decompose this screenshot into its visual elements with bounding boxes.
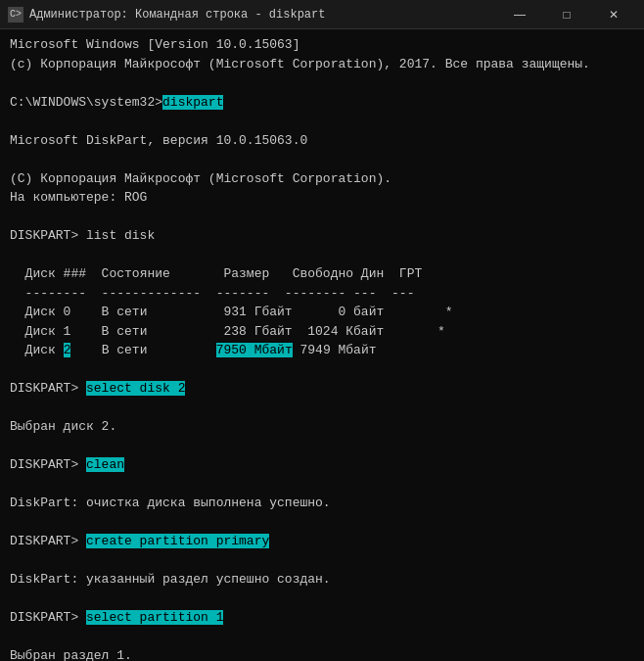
terminal-line — [10, 628, 634, 647]
terminal-line: Диск 1 В сети 238 Гбайт 1024 Кбайт * — [10, 322, 634, 342]
terminal-line: Диск 0 В сети 931 Гбайт 0 байт * — [10, 303, 634, 322]
app-icon: C> — [8, 7, 23, 23]
terminal-line — [10, 590, 634, 609]
terminal-line: DISKPART> create partition primary — [10, 532, 634, 551]
terminal-line — [10, 437, 634, 456]
terminal-line — [10, 73, 634, 93]
minimize-button[interactable]: — — [497, 4, 542, 25]
terminal-line: Выбран диск 2. — [10, 417, 634, 437]
terminal-line: -------- ------------- ------- -------- … — [10, 284, 634, 304]
terminal-line: DiskPart: указанный раздел успешно созда… — [10, 570, 634, 590]
terminal-line — [10, 551, 634, 571]
terminal-line: DiskPart: очистка диска выполнена успешн… — [10, 494, 634, 513]
terminal-line — [10, 475, 634, 495]
maximize-button[interactable]: □ — [544, 4, 589, 25]
terminal-line: На компьютере: ROG — [10, 188, 634, 208]
terminal-line — [10, 399, 634, 418]
close-button[interactable]: ✕ — [591, 4, 636, 25]
terminal-line: DISKPART> select partition 1 — [10, 608, 634, 628]
terminal-line: DISKPART> list disk — [10, 226, 634, 246]
terminal-line: Выбран раздел 1. — [10, 646, 634, 661]
terminal-line: Microsoft DiskPart, версия 10.0.15063.0 — [10, 131, 634, 151]
title-bar: C> Администратор: Командная строка - dis… — [0, 0, 644, 29]
terminal-line: Microsoft Windows [Version 10.0.15063] — [10, 35, 634, 55]
title-bar-left: C> Администратор: Командная строка - dis… — [8, 7, 325, 23]
terminal-line: DISKPART> select disk 2 — [10, 379, 634, 399]
terminal-output: Microsoft Windows [Version 10.0.15063](с… — [0, 29, 644, 661]
terminal-line: (С) Корпорация Майкрософт (Microsoft Cor… — [10, 169, 634, 189]
terminal-line: (с) Корпорация Майкрософт (Microsoft Cor… — [10, 55, 634, 74]
terminal-line — [10, 360, 634, 380]
terminal-line — [10, 208, 634, 227]
window-controls: — □ ✕ — [497, 4, 636, 25]
terminal-line: Диск 2 В сети 7950 Мбайт 7949 Мбайт — [10, 341, 634, 360]
terminal-line — [10, 150, 634, 169]
terminal-line: C:\WINDOWS\system32>diskpart — [10, 93, 634, 113]
terminal-line — [10, 112, 634, 131]
terminal-line — [10, 513, 634, 533]
terminal-line: Диск ### Состояние Размер Свободно Дин Г… — [10, 264, 634, 284]
window-title: Администратор: Командная строка - diskpa… — [29, 8, 325, 22]
terminal-line: DISKPART> clean — [10, 455, 634, 475]
terminal-line — [10, 246, 634, 265]
